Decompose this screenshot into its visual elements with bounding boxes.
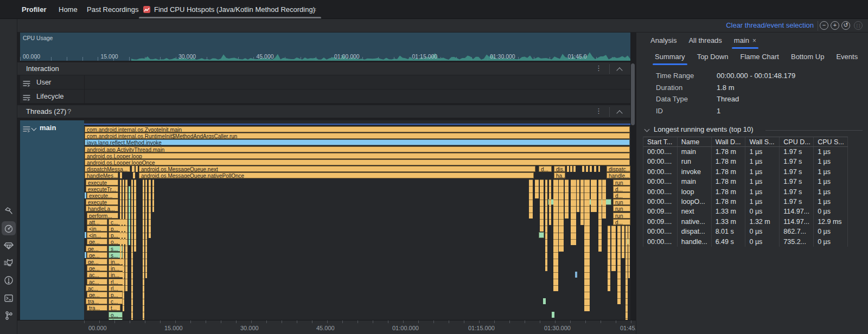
flame-cluster-column[interactable] [571,179,576,245]
zoom-out-icon[interactable]: − [820,21,828,30]
flame-cluster-column[interactable] [626,226,628,320]
flame-cluster-column[interactable] [149,179,151,239]
flame-cluster-column[interactable] [535,179,539,199]
event-row[interactable]: 00:09....next1.33 m0 µs114.97...0 µs [643,207,848,216]
flame-cluster-column[interactable] [129,186,130,245]
expand-chevron-icon[interactable] [31,126,37,131]
flame-block[interactable] [132,166,135,172]
profiler-gauge-icon[interactable] [3,223,14,234]
kebab-menu-icon[interactable]: ⋮ [595,107,602,115]
flame-block[interactable] [570,166,572,172]
flame-block[interactable]: perform... [87,213,118,219]
flame-block[interactable]: ge... [87,265,107,271]
flame-cluster-column[interactable] [598,179,602,252]
interaction-section-header[interactable]: Interaction ⋮ [17,62,630,75]
tab-main-close-icon[interactable]: × [752,37,756,44]
flame-block[interactable] [552,312,554,318]
tab-close-icon[interactable]: × [312,5,317,14]
flame-block[interactable]: p... [108,292,123,298]
event-row[interactable]: 00:00....invoke1.78 m1 µs1.97 s1 µs [643,167,848,177]
flame-cluster-column[interactable] [577,179,579,212]
flame-block[interactable]: d... [613,186,630,192]
threads-help-icon[interactable]: ? [67,107,71,115]
flame-block[interactable] [85,192,86,198]
terminal-icon[interactable] [3,293,14,304]
flame-block[interactable]: run [613,205,630,211]
column-header[interactable]: CPU S... [814,137,848,146]
flame-cluster-column[interactable] [134,179,136,252]
logcat-cat-icon[interactable] [3,258,14,268]
bottom-timeline[interactable]: 00.00015.00030.00045.00001:00.00001:15.0… [84,320,635,334]
flame-block[interactable] [133,172,135,178]
threads-section-header[interactable]: Threads (27) ? ⋮ [17,105,630,118]
flame-cluster-column[interactable] [545,179,547,272]
flame-block[interactable] [586,166,588,172]
version-control-branch-icon[interactable] [3,310,14,321]
flame-block[interactable] [85,232,86,238]
subtab-flame-chart[interactable]: Flame Chart [740,49,779,65]
clear-selection-link[interactable]: Clear thread/event selection [726,21,814,29]
tab-main[interactable]: main× [734,33,756,49]
flame-block[interactable]: android.os.Looper.loopOnce [85,159,630,165]
app-insights-gem-icon[interactable] [3,240,14,251]
flame-block[interactable]: dis... [554,166,565,172]
flame-block[interactable]: t... [108,305,120,311]
flame-block[interactable] [590,166,592,172]
collapse-chevron-icon[interactable] [616,110,622,116]
flame-block[interactable]: ge... [87,292,107,298]
flame-block[interactable]: dispatchMessa... [85,166,130,172]
chevron-down-icon[interactable] [644,127,650,132]
flame-cluster-column[interactable] [617,226,621,304]
menu-past-recordings[interactable]: Past Recordings [87,0,138,19]
column-header[interactable]: CPU D... [780,137,814,146]
flame-block[interactable]: ge... [86,246,107,252]
flame-block[interactable]: o... [108,312,123,318]
flame-cluster-column[interactable] [540,179,544,232]
flame-block[interactable]: d... [613,219,630,225]
tab-all-threads[interactable]: All threads [688,33,722,49]
flame-block[interactable]: <in... [87,226,107,232]
column-header[interactable]: Wall S... [745,137,780,146]
flame-block[interactable]: <in... [87,232,107,238]
flame-block[interactable] [539,232,544,238]
flame-block[interactable]: ha... [554,172,565,178]
flame-block[interactable]: ac... [87,279,107,285]
flame-block[interactable]: android.os.MessageQueue.next [139,166,535,172]
flame-block[interactable]: ac... [86,285,107,291]
flame-cluster-column[interactable] [559,179,564,252]
column-header[interactable]: Start T... [643,137,678,146]
flame-block[interactable]: ge... [87,252,107,258]
flame-block[interactable]: android.os.MessageQueue.nativePollOnce [139,172,534,178]
event-row[interactable]: 00:00....main1.78 m1 µs1.97 s1 µs [643,147,848,157]
event-row[interactable]: 00:00....main1.78 m1 µs1.97 s1 µs [643,177,848,187]
event-row[interactable]: 00:00....dispat...8.01 s0 µs862.7...0 µs [643,227,848,236]
flame-cluster-column[interactable] [622,226,624,258]
vertical-scrollbar[interactable] [631,63,635,125]
flame-cluster-column[interactable] [125,179,127,291]
track-lifecycle[interactable]: Lifecycle [20,89,630,104]
flame-block[interactable]: handleMes... [85,172,118,178]
menu-profiler[interactable]: Profiler [22,0,47,19]
flame-cluster-column[interactable] [608,226,610,291]
flame-cluster-column[interactable] [145,179,147,278]
flame-cluster-column[interactable] [123,179,124,311]
flame-block[interactable] [567,166,569,172]
subtab-bottom-up[interactable]: Bottom Up [791,49,824,65]
flame-block[interactable] [573,166,576,172]
menu-home[interactable]: Home [59,0,78,19]
flame-block[interactable]: ge... [86,259,107,265]
flame-block[interactable]: d... [539,166,552,172]
subtab-summary[interactable]: Summary [655,49,685,65]
column-header[interactable]: Name [678,137,712,146]
flame-cluster-column[interactable] [529,179,533,219]
flame-cluster-column[interactable] [580,179,584,225]
longest-events-header[interactable]: Longest running events (top 10) [636,125,868,136]
event-row[interactable]: 00:09....native...1.33 m1.32 m114.97...1… [643,217,848,227]
flame-chart-area[interactable]: com.android.internal.os.ZygoteInit.mainc… [84,120,630,320]
cpu-usage-track[interactable]: CPU Usage 00.00015.00030.00045.00001:00.… [20,33,630,61]
event-row[interactable]: 00:00....loop1.78 m1 µs1.97 s1 µs [643,187,848,197]
flame-block[interactable]: att... [87,219,107,225]
flame-block[interactable]: java.lang.reflect.Method.invoke [85,139,630,145]
flame-block[interactable] [120,172,122,178]
flame-block[interactable]: d... [613,192,630,198]
